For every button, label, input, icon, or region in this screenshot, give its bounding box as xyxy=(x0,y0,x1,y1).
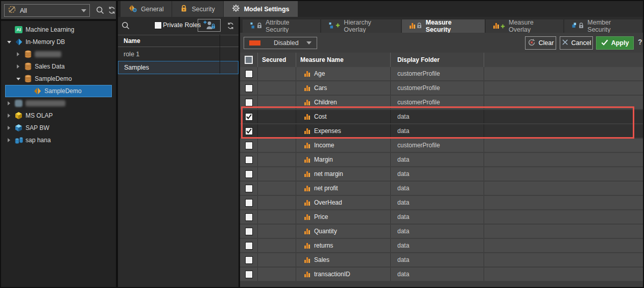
hana-icon xyxy=(14,137,23,144)
tree-expander-icon[interactable] xyxy=(6,114,12,118)
sub-tab-measure-security[interactable]: Measure Security xyxy=(402,19,485,33)
sub-tab-hierarchy-overlay[interactable]: Hierarchy Overlay xyxy=(321,19,401,33)
measure-row-margin[interactable]: Margindata xyxy=(240,153,643,167)
measure-row-children[interactable]: ChildrencustomerProfile xyxy=(240,96,643,110)
secured-checkbox[interactable] xyxy=(245,156,253,164)
tree-expander-icon[interactable] xyxy=(15,78,21,80)
general-icon xyxy=(129,5,137,14)
secured-checkbox[interactable] xyxy=(245,271,253,278)
sub-tab-label: Member Security xyxy=(587,19,634,33)
display-folder: customerProfile xyxy=(397,84,440,92)
tree-expander-icon[interactable] xyxy=(15,64,21,69)
secured-checkbox[interactable] xyxy=(245,199,253,207)
measure-row-transactionid[interactable]: transactionIDdata xyxy=(240,268,643,282)
measure-row-price[interactable]: Pricedata xyxy=(240,210,643,225)
secured-checkbox[interactable] xyxy=(245,113,253,121)
measure-row-age[interactable]: AgecustomerProfile xyxy=(240,67,643,81)
measure-row-income[interactable]: IncomecustomerProfile xyxy=(240,139,643,153)
secured-cell xyxy=(258,110,296,123)
secured-checkbox[interactable] xyxy=(245,99,253,106)
measure-row-overhead[interactable]: OverHeaddata xyxy=(240,196,643,210)
sub-tab-measure-overlay[interactable]: Measure Overlay xyxy=(486,19,563,33)
tree-item-sales-data[interactable]: Sales Data xyxy=(1,60,116,73)
measure-name: transactionID xyxy=(314,271,350,278)
measure-bars-icon xyxy=(304,114,310,120)
secured-cell xyxy=(258,124,296,138)
measure-bars-icon xyxy=(304,128,310,134)
tree-item-sampledemo[interactable]: SampleDemo xyxy=(1,73,116,85)
measure-name: net profit xyxy=(314,185,338,192)
secured-checkbox[interactable] xyxy=(245,70,253,78)
secured-checkbox[interactable] xyxy=(245,127,253,135)
tree-item-sap-bw[interactable]: SAP BW xyxy=(1,122,116,134)
secured-checkbox[interactable] xyxy=(245,213,253,221)
database-icon xyxy=(23,62,32,71)
secured-checkbox[interactable] xyxy=(245,185,253,192)
cancel-button[interactable]: Cancel xyxy=(560,36,593,50)
measure-name: Expenses xyxy=(314,127,341,135)
tree-item-sampledemo[interactable]: SampleDemo xyxy=(5,85,112,97)
select-all-checkbox[interactable] xyxy=(245,56,253,64)
measure-name-column-header: Measure Name xyxy=(296,53,391,67)
add-user-lock-icon xyxy=(202,20,216,31)
security-status-dropdown[interactable]: Disabled xyxy=(244,37,317,49)
secured-cell xyxy=(258,268,296,281)
measure-row-net-profit[interactable]: net profitdata xyxy=(240,182,643,196)
tree-expander-icon[interactable] xyxy=(6,101,12,105)
display-folder: customerProfile xyxy=(397,70,440,77)
secured-checkbox[interactable] xyxy=(245,84,253,92)
secured-checkbox[interactable] xyxy=(245,228,253,235)
tree-item-label: SampleDemo xyxy=(35,75,72,82)
tree-item-in-memory-db[interactable]: In-Memory DB xyxy=(1,36,116,48)
cube-yellow-icon xyxy=(14,112,23,120)
secured-checkbox[interactable] xyxy=(245,142,253,149)
datasource-tree: AIMachine LearningIn-Memory DBSales Data… xyxy=(1,21,116,287)
apply-button[interactable]: Apply xyxy=(596,36,634,50)
secured-checkbox[interactable] xyxy=(245,242,253,250)
tree-item-machine-learning[interactable]: AIMachine Learning xyxy=(1,24,116,36)
private-roles-checkbox[interactable] xyxy=(154,21,162,29)
search-icon[interactable] xyxy=(96,6,104,16)
main-tab-security[interactable]: Security xyxy=(172,1,223,17)
measure-row-quantity[interactable]: Quantitydata xyxy=(240,225,643,239)
help-button[interactable]: ? xyxy=(638,38,642,46)
roles-refresh-icon[interactable] xyxy=(227,22,234,32)
measure-row-returns[interactable]: returnsdata xyxy=(240,239,643,253)
tree-item-label: MS OLAP xyxy=(26,112,53,119)
measure-row-net-margin[interactable]: net margindata xyxy=(240,167,643,182)
refresh-icon[interactable] xyxy=(108,6,116,16)
tree-item-redacted[interactable] xyxy=(1,97,116,109)
tree-expander-icon[interactable] xyxy=(6,138,12,142)
measure-row-sales[interactable]: Salesdata xyxy=(240,253,643,268)
tree-item-ms-olap[interactable]: MS OLAP xyxy=(1,109,116,122)
add-role-button[interactable] xyxy=(198,19,221,32)
role-row-samples[interactable]: Samples xyxy=(118,61,238,74)
main-tab-model-settings[interactable]: Model Settings xyxy=(224,1,298,17)
main-tab-general[interactable]: General xyxy=(121,1,172,17)
secured-checkbox[interactable] xyxy=(245,256,253,264)
tree-expander-icon[interactable] xyxy=(15,52,21,56)
tree-expander-icon[interactable] xyxy=(6,41,12,43)
database-filter-select[interactable]: All xyxy=(4,4,90,17)
secured-checkbox[interactable] xyxy=(245,170,253,178)
tree-expander-icon[interactable] xyxy=(6,126,12,130)
measure-bars-icon xyxy=(304,71,310,77)
measure-row-expenses[interactable]: Expensesdata xyxy=(240,124,643,139)
roles-search-icon[interactable] xyxy=(122,21,130,32)
main-tab-bar: GeneralSecurityModel Settings xyxy=(118,1,643,17)
secured-cell xyxy=(258,96,296,109)
measure-row-cost[interactable]: Costdata xyxy=(240,110,643,124)
role-row-role-1[interactable]: role 1 xyxy=(118,48,238,61)
ai-icon: AI xyxy=(14,26,23,33)
secured-column-header: Secured xyxy=(258,53,296,67)
measure-name: Margin xyxy=(314,156,333,163)
measure-row-cars[interactable]: CarscustomerProfile xyxy=(240,81,643,96)
sub-tab-attribute-security[interactable]: Attribute Security xyxy=(243,19,320,33)
measure-bars-icon xyxy=(304,214,310,220)
sub-tab-member-security[interactable]: Member Security xyxy=(564,19,642,33)
tree-item-redacted[interactable] xyxy=(1,48,116,60)
tree-item-sap-hana[interactable]: sap hana xyxy=(1,134,116,146)
clear-button[interactable]: Clear xyxy=(525,36,556,50)
display-folder: customerProfile xyxy=(397,142,440,149)
secured-cell xyxy=(258,239,296,252)
